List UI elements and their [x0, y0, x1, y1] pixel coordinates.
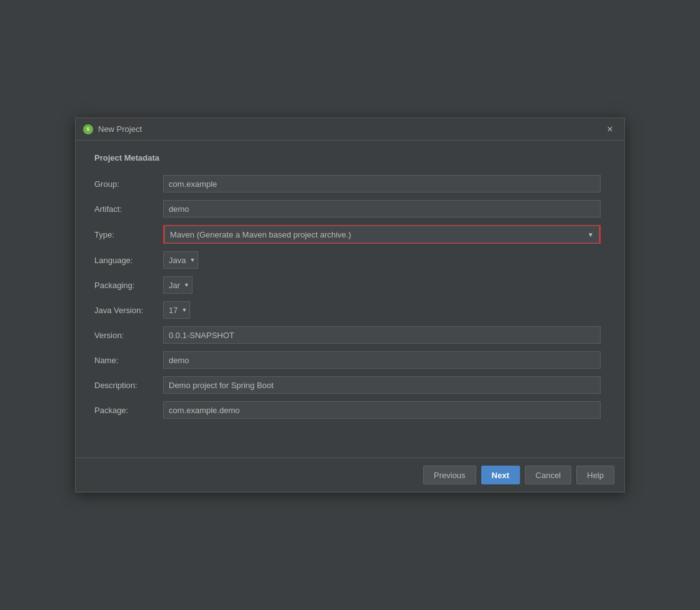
name-label: Name:	[94, 356, 163, 365]
type-dropdown-wrapper: Maven (Generate a Maven based project ar…	[163, 225, 601, 244]
help-button[interactable]: Help	[576, 466, 614, 484]
artifact-input[interactable]	[163, 200, 601, 218]
spring-icon: S	[83, 124, 93, 134]
packaging-dropdown-arrow-icon: ▼	[184, 282, 189, 288]
java-version-select[interactable]: 17 ▼	[163, 301, 190, 319]
name-row: Name:	[94, 351, 606, 369]
artifact-row: Artifact:	[94, 200, 606, 218]
name-input[interactable]	[163, 351, 601, 369]
description-label: Description:	[94, 381, 163, 390]
close-button[interactable]: ×	[603, 122, 617, 136]
version-input[interactable]	[163, 326, 601, 344]
group-label: Group:	[94, 179, 163, 189]
group-label-text: Group:	[94, 179, 119, 189]
next-button[interactable]: Next	[481, 466, 520, 484]
language-label: Language:	[94, 256, 163, 265]
section-title: Project Metadata	[94, 153, 606, 162]
type-dropdown-text: Maven (Generate a Maven based project ar…	[170, 230, 351, 239]
version-label: Version:	[94, 331, 163, 340]
type-row: Type: Maven (Generate a Maven based proj…	[94, 225, 606, 244]
packaging-label-text: Packaging:	[94, 281, 134, 290]
type-label-text: Type:	[94, 230, 114, 239]
java-version-value: 17	[166, 306, 180, 315]
language-select[interactable]: Java ▼	[163, 251, 198, 269]
packaging-value: Jar	[166, 281, 182, 290]
java-version-row: Java Version: 17 ▼	[94, 301, 606, 319]
group-row: Group:	[94, 175, 606, 192]
package-label: Package:	[94, 406, 163, 415]
title-bar-left: S New Project	[83, 124, 142, 134]
title-bar: S New Project ×	[76, 118, 624, 141]
type-dropdown[interactable]: Maven (Generate a Maven based project ar…	[164, 226, 599, 243]
version-label-text: Version:	[94, 331, 124, 340]
java-version-dropdown-arrow-icon: ▼	[181, 307, 187, 313]
version-row: Version:	[94, 326, 606, 344]
group-input[interactable]	[163, 175, 601, 192]
description-row: Description:	[94, 376, 606, 394]
language-row: Language: Java ▼	[94, 251, 606, 269]
previous-button[interactable]: Previous	[423, 466, 476, 484]
description-label-text: Description:	[94, 381, 138, 390]
package-input[interactable]	[163, 401, 601, 419]
java-version-label: Java Version:	[94, 306, 163, 315]
language-label-text: Language:	[94, 256, 132, 265]
package-label-text: Package:	[94, 406, 128, 415]
dialog-title: New Project	[98, 124, 142, 134]
dialog-content: Project Metadata Group: Artifact: Type: …	[76, 141, 624, 458]
artifact-label: Artifact:	[94, 204, 163, 214]
language-value: Java	[166, 256, 188, 265]
packaging-label: Packaging:	[94, 281, 163, 290]
artifact-label-text: Artifact:	[94, 204, 122, 214]
package-row: Package:	[94, 401, 606, 419]
description-input[interactable]	[163, 376, 601, 394]
dialog-footer: Previous Next Cancel Help	[76, 458, 624, 492]
type-label: Type:	[94, 230, 163, 239]
java-version-label-text: Java Version:	[94, 306, 143, 315]
name-label-text: Name:	[94, 356, 118, 365]
packaging-row: Packaging: Jar ▼	[94, 276, 606, 294]
language-dropdown-arrow-icon: ▼	[189, 257, 195, 263]
packaging-select[interactable]: Jar ▼	[163, 276, 192, 294]
type-dropdown-arrow-icon: ▼	[588, 231, 594, 238]
new-project-dialog: S New Project × Project Metadata Group: …	[75, 118, 625, 492]
cancel-button[interactable]: Cancel	[525, 466, 571, 484]
